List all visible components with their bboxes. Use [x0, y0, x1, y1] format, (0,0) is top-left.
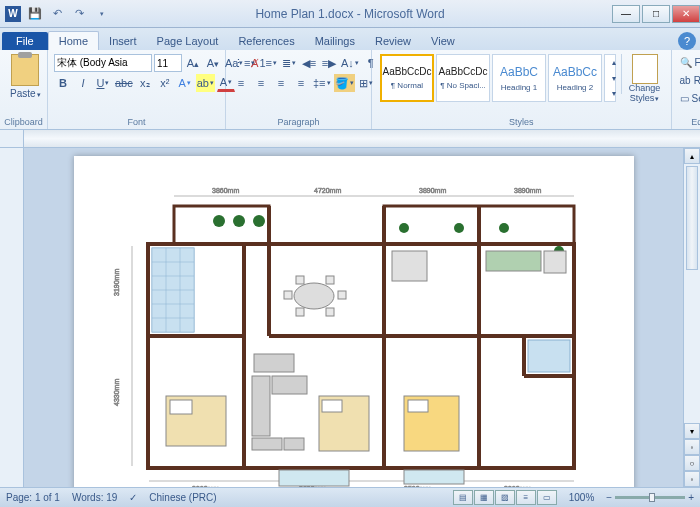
file-tab[interactable]: File — [2, 32, 48, 50]
style-heading2[interactable]: AaBbCc Heading 2 — [548, 54, 602, 102]
style-normal[interactable]: AaBbCcDc ¶ Normal — [380, 54, 434, 102]
word-count[interactable]: Words: 19 — [72, 492, 117, 503]
multilevel-button[interactable]: ≣ — [280, 54, 298, 72]
justify-button[interactable]: ≡ — [292, 74, 310, 92]
svg-rect-65 — [252, 438, 282, 450]
maximize-button[interactable]: □ — [642, 5, 670, 23]
underline-button[interactable]: U — [94, 74, 112, 92]
group-label-font: Font — [48, 117, 225, 127]
minimize-button[interactable]: — — [612, 5, 640, 23]
svg-text:4720mm: 4720mm — [314, 187, 341, 194]
vertical-scrollbar[interactable]: ▴ ▾ ◦ ○ ◦ — [683, 148, 700, 487]
document-viewport[interactable]: 3860mm 4720mm 3890mm 3890mm 3960mm 3690m… — [24, 148, 683, 487]
font-family-select[interactable] — [54, 54, 152, 72]
browse-object-button[interactable]: ○ — [684, 455, 700, 471]
bullets-button[interactable]: ⋮≡ — [232, 54, 256, 72]
subscript-button[interactable]: x₂ — [136, 74, 154, 92]
numbering-button[interactable]: 1≡ — [258, 54, 278, 72]
tab-references[interactable]: References — [228, 32, 304, 50]
draft-view[interactable]: ▭ — [537, 490, 557, 505]
select-button[interactable]: ▭Select▾ — [678, 90, 700, 107]
horizontal-ruler[interactable] — [0, 130, 700, 148]
align-center-button[interactable]: ≡ — [252, 74, 270, 92]
qat-undo-icon[interactable]: ↶ — [48, 5, 66, 23]
scroll-thumb[interactable] — [686, 166, 698, 270]
text-effects-button[interactable]: A — [176, 74, 194, 92]
align-right-button[interactable]: ≡ — [272, 74, 290, 92]
zoom-in-button[interactable]: + — [688, 492, 694, 503]
select-icon: ▭ — [680, 93, 689, 104]
italic-button[interactable]: I — [74, 74, 92, 92]
grow-font-button[interactable]: A▴ — [184, 54, 202, 72]
svg-point-50 — [294, 283, 334, 309]
align-left-button[interactable]: ≡ — [232, 74, 250, 92]
qat-save-icon[interactable]: 💾 — [26, 5, 44, 23]
svg-rect-70 — [544, 251, 566, 273]
font-size-select[interactable] — [154, 54, 182, 72]
strike-button[interactable]: abc — [114, 74, 134, 92]
tab-home[interactable]: Home — [48, 31, 99, 50]
svg-rect-54 — [326, 308, 334, 316]
highlight-button[interactable]: ab — [196, 74, 215, 92]
svg-point-45 — [253, 215, 265, 227]
styles-gallery[interactable]: AaBbCcDc ¶ Normal AaBbCcDc ¶ No Spaci...… — [380, 54, 616, 102]
tab-review[interactable]: Review — [365, 32, 421, 50]
shrink-font-button[interactable]: A▾ — [204, 54, 222, 72]
svg-text:3860mm: 3860mm — [212, 187, 239, 194]
svg-rect-58 — [170, 400, 192, 414]
svg-rect-63 — [252, 376, 270, 436]
paste-button[interactable]: Paste — [6, 52, 45, 101]
svg-rect-52 — [326, 276, 334, 284]
change-styles-button[interactable]: Change Styles — [625, 52, 665, 106]
style-nospacing[interactable]: AaBbCcDc ¶ No Spaci... — [436, 54, 490, 102]
scroll-up-button[interactable]: ▴ — [684, 148, 700, 164]
find-icon: 🔍 — [680, 57, 692, 68]
bold-button[interactable]: B — [54, 74, 72, 92]
svg-rect-68 — [392, 251, 427, 281]
svg-rect-69 — [486, 251, 541, 271]
page-status[interactable]: Page: 1 of 1 — [6, 492, 60, 503]
close-button[interactable]: ✕ — [672, 5, 700, 23]
svg-rect-56 — [338, 291, 346, 299]
tab-mailings[interactable]: Mailings — [305, 32, 365, 50]
qat-customize-icon[interactable] — [92, 5, 110, 23]
next-page-button[interactable]: ◦ — [684, 471, 700, 487]
svg-point-46 — [399, 223, 409, 233]
window-title: Home Plan 1.docx - Microsoft Word — [255, 7, 444, 21]
scroll-down-button[interactable]: ▾ — [684, 423, 700, 439]
svg-text:3190mm: 3190mm — [113, 269, 120, 296]
floorplan-drawing: 3860mm 4720mm 3890mm 3890mm 3960mm 3690m… — [104, 174, 604, 487]
proofing-icon[interactable]: ✓ — [129, 492, 137, 503]
help-button[interactable]: ? — [678, 32, 696, 50]
svg-rect-55 — [284, 291, 292, 299]
outline-view[interactable]: ≡ — [516, 490, 536, 505]
zoom-slider[interactable] — [615, 496, 685, 499]
increase-indent-button[interactable]: ≡▶ — [320, 54, 338, 72]
sort-button[interactable]: A↓ — [340, 54, 360, 72]
fullscreen-view[interactable]: ▦ — [474, 490, 494, 505]
style-heading1[interactable]: AaBbC Heading 1 — [492, 54, 546, 102]
prev-page-button[interactable]: ◦ — [684, 439, 700, 455]
zoom-level[interactable]: 100% — [569, 492, 595, 503]
shading-button[interactable]: 🪣 — [334, 74, 355, 92]
tab-page-layout[interactable]: Page Layout — [147, 32, 229, 50]
svg-text:3890mm: 3890mm — [514, 187, 541, 194]
line-spacing-button[interactable]: ‡≡ — [312, 74, 332, 92]
find-button[interactable]: 🔍Find▾ — [678, 54, 700, 71]
replace-button[interactable]: abReplace — [678, 72, 700, 89]
tab-insert[interactable]: Insert — [99, 32, 147, 50]
svg-rect-72 — [404, 470, 464, 484]
decrease-indent-button[interactable]: ◀≡ — [300, 54, 318, 72]
print-layout-view[interactable]: ▤ — [453, 490, 473, 505]
language-status[interactable]: Chinese (PRC) — [149, 492, 216, 503]
vertical-ruler[interactable] — [0, 148, 24, 487]
qat-redo-icon[interactable]: ↷ — [70, 5, 88, 23]
web-layout-view[interactable]: ▨ — [495, 490, 515, 505]
svg-text:4330mm: 4330mm — [113, 379, 120, 406]
svg-rect-66 — [284, 438, 304, 450]
zoom-out-button[interactable]: − — [606, 492, 612, 503]
svg-point-43 — [213, 215, 225, 227]
superscript-button[interactable]: x² — [156, 74, 174, 92]
tab-view[interactable]: View — [421, 32, 465, 50]
svg-rect-42 — [528, 340, 570, 372]
